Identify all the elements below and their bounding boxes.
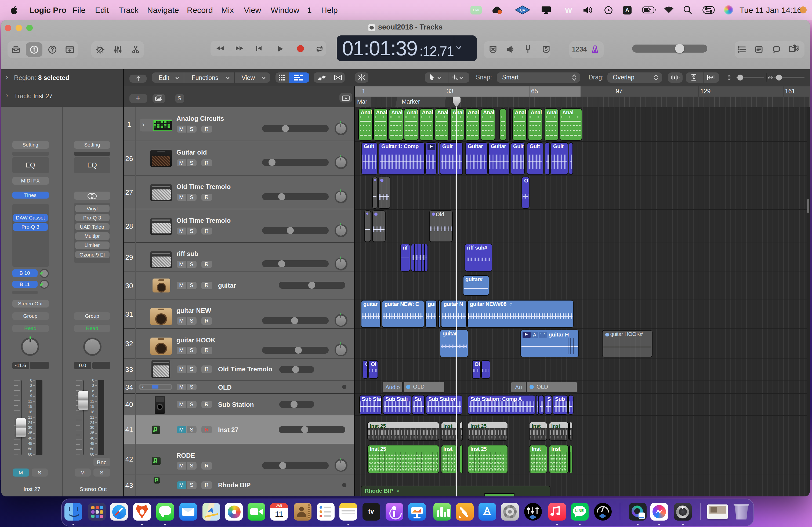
svg-text:UA: UA (520, 8, 525, 12)
